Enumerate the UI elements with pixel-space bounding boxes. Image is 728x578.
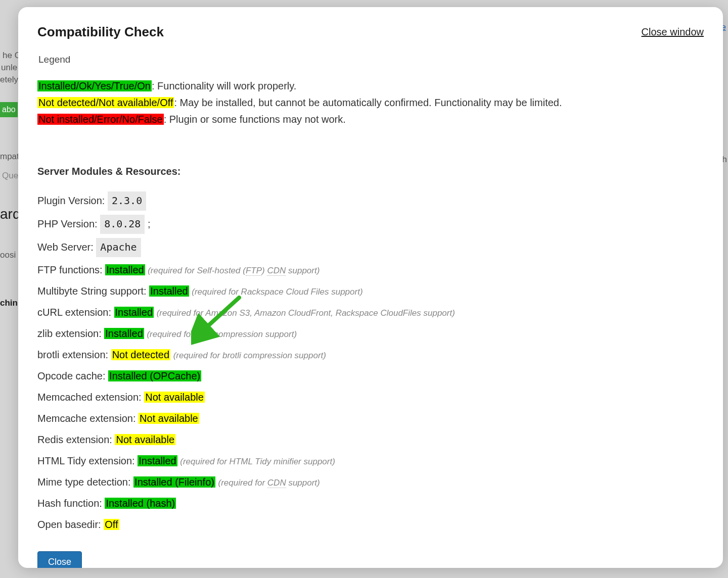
ftp-row: FTP functions: Installed (required for S…: [37, 261, 704, 278]
legend-warn-row: Not detected/Not available/Off: May be i…: [37, 95, 704, 111]
zlib-status: Installed: [104, 328, 144, 339]
mime-label: Mime type detection:: [37, 476, 131, 488]
legend-err-label: Not installed/Error/No/False: [37, 114, 164, 125]
htmltidy-hint: (required for HTML Tidy minifier support…: [180, 457, 335, 466]
curl-hint: (required for Amazon S3, Amazon CloudFro…: [157, 308, 455, 318]
legend-title: Legend: [38, 54, 704, 65]
modal-header: Compatibility Check Close window: [37, 24, 704, 40]
bg-text: Que: [2, 171, 18, 181]
bg-text: mpat: [0, 152, 19, 162]
close-button[interactable]: Close: [37, 551, 82, 568]
bg-text: etely: [0, 75, 18, 85]
curl-status: Installed: [114, 307, 154, 318]
brotli-row: brotli extension: Not detected (required…: [37, 346, 704, 363]
memcached-status: Not available: [144, 392, 205, 403]
openbasedir-row: Open basedir: Off: [37, 516, 704, 533]
ftp-label: FTP functions:: [37, 264, 103, 275]
zlib-hint: (required for gzip compression support): [147, 329, 297, 339]
compatibility-check-modal: Compatibility Check Close window Legend …: [18, 7, 723, 568]
opcode-row: Opcode cache: Installed (OPCache): [37, 367, 704, 384]
web-server-row: Web Server: Apache: [37, 238, 704, 257]
zlib-row: zlib extension: Installed (required for …: [37, 325, 704, 342]
legend-ok-label: Installed/Ok/Yes/True/On: [37, 80, 152, 91]
php-version-value: 8.0.28: [100, 215, 145, 234]
brotli-hint: (required for brotli compression support…: [173, 351, 326, 360]
php-version-suffix: ;: [148, 218, 151, 229]
zlib-label: zlib extension:: [37, 328, 102, 339]
legend-ok-row: Installed/Ok/Yes/True/On: Functionality …: [37, 78, 704, 94]
web-server-label: Web Server:: [37, 242, 94, 253]
hash-row: Hash function: Installed (hash): [37, 495, 704, 512]
close-window-link[interactable]: Close window: [642, 26, 704, 38]
bg-text: ard: [0, 206, 20, 222]
bg-text: chin: [0, 298, 18, 308]
openbasedir-label: Open basedir:: [37, 519, 101, 530]
redis-row: Redis extension: Not available: [37, 431, 704, 448]
ftp-status: Installed: [105, 264, 145, 275]
mbstring-hint: (required for Rackspace Cloud Files supp…: [192, 287, 362, 297]
htmltidy-row: HTML Tidy extension: Installed (required…: [37, 452, 704, 469]
openbasedir-status: Off: [104, 519, 119, 530]
opcode-label: Opcode cache:: [37, 370, 106, 381]
redis-status: Not available: [115, 434, 175, 445]
plugin-version-label: Plugin Version:: [37, 195, 105, 206]
curl-row: cURL extension: Installed (required for …: [37, 304, 704, 321]
mbstring-status: Installed: [149, 285, 189, 297]
brotli-label: brotli extension:: [37, 349, 108, 360]
modal-title: Compatibility Check: [37, 24, 164, 40]
server-modules-title: Server Modules & Resources:: [37, 166, 704, 177]
hash-status: Installed (hash): [105, 498, 176, 509]
memcached-row: Memcached extension: Not available: [37, 389, 704, 406]
hash-label: Hash function:: [37, 498, 102, 509]
curl-label: cURL extension:: [37, 307, 111, 318]
bg-text: oosi: [0, 250, 16, 260]
opcode-status: Installed (OPCache): [108, 370, 201, 381]
brotli-status: Not detected: [111, 349, 170, 360]
legend-warn-desc: : May be installed, but cannot be automa…: [174, 97, 562, 108]
mbstring-label: Multibyte String support:: [37, 285, 147, 297]
php-version-label: PHP Version:: [37, 218, 98, 229]
legend-err-desc: : Plugin or some functions may not work.: [164, 114, 346, 125]
memcached-label: Memcached extension:: [37, 392, 142, 403]
ftp-hint: (required for Self-hosted (FTP) CDN supp…: [148, 266, 320, 276]
bg-green-bar: abo: [0, 102, 18, 117]
mime-hint: (required for CDN support): [218, 478, 320, 488]
redis-label: Redis extension:: [37, 434, 112, 445]
legend-ok-desc: : Functionality will work properly.: [152, 80, 296, 91]
memcache-row: Memcache extension: Not available: [37, 410, 704, 427]
legend-err-row: Not installed/Error/No/False: Plugin or …: [37, 112, 704, 127]
mime-status: Installed (Fileinfo): [133, 476, 215, 488]
memcache-label: Memcache extension:: [37, 413, 136, 424]
php-version-row: PHP Version: 8.0.28 ;: [37, 215, 704, 234]
web-server-value: Apache: [96, 238, 141, 257]
bg-text: unle: [1, 63, 17, 73]
mbstring-row: Multibyte String support: Installed (req…: [37, 282, 704, 300]
memcache-status: Not available: [139, 413, 199, 424]
htmltidy-label: HTML Tidy extension:: [37, 455, 135, 466]
plugin-version-value: 2.3.0: [108, 191, 146, 211]
plugin-version-row: Plugin Version: 2.3.0: [37, 191, 704, 211]
legend-warn-label: Not detected/Not available/Off: [37, 97, 174, 108]
mime-row: Mime type detection: Installed (Fileinfo…: [37, 473, 704, 491]
htmltidy-status: Installed: [138, 455, 177, 466]
